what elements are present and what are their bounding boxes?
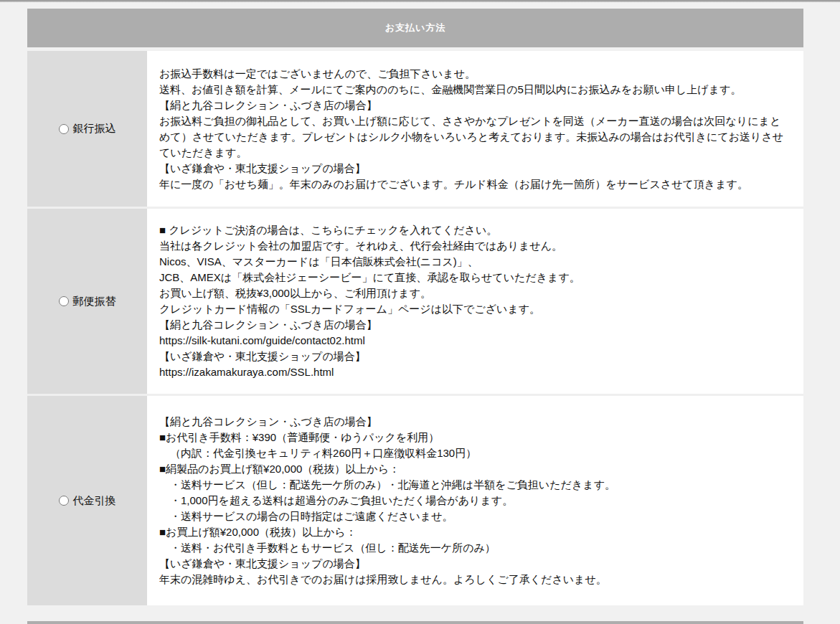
payment-method-name: 代金引換 — [73, 494, 116, 508]
text-line: 【絹と九谷コレクション・ふづき店の場合】 — [159, 414, 789, 430]
text-line: 送料、お値引き額を計算、メールにてご案内ののちに、金融機関営業日の5日間以内にお… — [159, 82, 789, 98]
payment-method-option[interactable]: 郵便振替 — [59, 295, 116, 308]
text-line: 【いざ鎌倉や・東北支援ショップの場合】 — [159, 556, 789, 572]
text-line: https://silk-kutani.com/guide/contact02.… — [159, 333, 789, 349]
text-line: 【いざ鎌倉や・東北支援ショップの場合】 — [159, 161, 789, 176]
payment-method-name: 銀行振込 — [73, 122, 116, 136]
text-line: JCB、AMEXは「株式会社ジェーシービー」にて直接、承認を取らせていただきます… — [159, 270, 789, 285]
text-line: お振込手数料は一定ではございませんので、ご負担下さいませ。 — [159, 66, 789, 82]
payment-method-name: 郵便振替 — [73, 295, 116, 308]
text-line: 【いざ鎌倉や・東北支援ショップの場合】 — [159, 349, 789, 364]
section-header: お支払い方法 — [27, 9, 803, 47]
payment-method-description: 【絹と九谷コレクション・ふづき店の場合】■お代引き手数料：¥390（普通郵便・ゆ… — [147, 396, 803, 605]
text-line: 【絹と九谷コレクション・ふづき店の場合】 — [159, 98, 789, 113]
payment-method-label-cell: 郵便振替 — [27, 209, 147, 394]
text-line: https://izakamakuraya.com/SSL.html — [159, 364, 789, 380]
text-line: 年末の混雑時ゆえ、お代引きでのお届けは採用致しません。よろしくご了承くださいませ… — [159, 572, 789, 587]
text-line: 年に一度の「おせち麺」。年末のみのお届けでございます。チルド料金（お届け先一箇所… — [159, 176, 789, 192]
text-line: お買い上げ額、税抜¥3,000以上から、ご利用頂けます。 — [159, 285, 789, 301]
text-line: ・1,000円を超える送料は超過分のみご負担いただく場合があります。 — [159, 493, 789, 509]
text-line: ・送料サービス（但し：配送先一ケ所のみ）・北海道と沖縄は半額をご負担いただきます… — [159, 477, 789, 493]
payment-methods-table: 銀行振込 お振込手数料は一定ではございませんので、ご負担下さいませ。送料、お値引… — [27, 51, 803, 605]
text-line: ・送料サービスの場合の日時指定はご遠慮くださいませ。 — [159, 509, 789, 524]
text-line: 【絹と九谷コレクション・ふづき店の場合】 — [159, 317, 789, 333]
next-section-header-partial — [27, 621, 803, 624]
text-line: 当社は各クレジット会社の加盟店です。それゆえ、代行会社経由ではありません。 — [159, 238, 789, 254]
payment-method-label-cell: 銀行振込 — [27, 51, 147, 207]
payment-method-label-cell: 代金引換 — [27, 396, 147, 605]
payment-method-description: お振込手数料は一定ではございませんので、ご負担下さいませ。送料、お値引き額を計算… — [147, 51, 803, 207]
payment-method-row-cash-on-delivery: 代金引換 【絹と九谷コレクション・ふづき店の場合】■お代引き手数料：¥390（普… — [27, 396, 803, 605]
text-line: ・送料・お代引き手数料ともサービス（但し：配送先一ケ所のみ） — [159, 540, 789, 556]
text-line: ■絹製品のお買上げ額¥20,000（税抜）以上から： — [159, 461, 789, 477]
section-title: お支払い方法 — [385, 22, 446, 34]
cash-on-delivery-radio[interactable] — [59, 496, 69, 506]
top-border — [0, 0, 840, 2]
text-line: ■ クレジットご決済の場合は、こちらにチェックを入れてください。 — [159, 222, 789, 238]
postal-transfer-radio[interactable] — [59, 296, 69, 306]
payment-method-row-bank-transfer: 銀行振込 お振込手数料は一定ではございませんので、ご負担下さいませ。送料、お値引… — [27, 51, 803, 207]
payment-method-option[interactable]: 代金引換 — [59, 494, 116, 508]
text-line: ■お代引き手数料：¥390（普通郵便・ゆうパックを利用） — [159, 430, 789, 445]
text-line: お振込料ご負担の御礼品として、お買い上げ額に応じて、ささやかなプレゼントを同送（… — [159, 113, 789, 161]
text-line: ■お買上げ額¥20,000（税抜）以上から： — [159, 524, 789, 540]
payment-methods-panel: お支払い方法 銀行振込 お振込手数料は一定ではございませんので、ご負担下さいませ… — [27, 9, 803, 605]
text-line: （内訳：代金引換セキュリティ料260円＋口座徴収料金130円） — [159, 445, 789, 461]
payment-method-row-postal-transfer: 郵便振替 ■ クレジットご決済の場合は、こちらにチェックを入れてください。当社は… — [27, 209, 803, 394]
payment-method-option[interactable]: 銀行振込 — [59, 122, 116, 136]
text-line: Nicos、VISA、マスターカードは「日本信販株式会社(ニコス)」、 — [159, 254, 789, 270]
text-line: クレジットカード情報の「SSLカードフォーム」ページは以下でございます。 — [159, 301, 789, 317]
payment-method-description: ■ クレジットご決済の場合は、こちらにチェックを入れてください。当社は各クレジッ… — [147, 209, 803, 394]
bank-transfer-radio[interactable] — [59, 124, 69, 134]
